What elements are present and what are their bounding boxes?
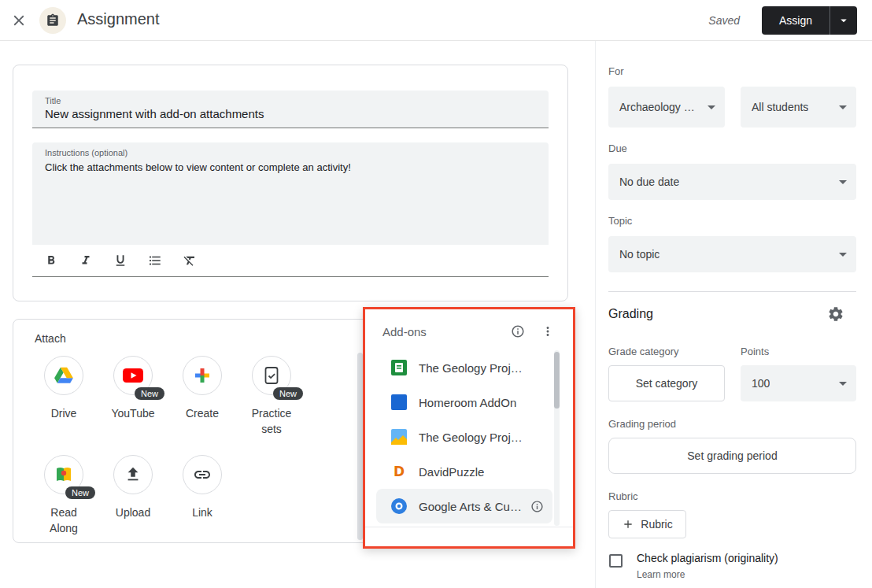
assign-dropdown-button[interactable] <box>830 6 857 35</box>
addon-label: The Geology Proj… <box>419 361 523 375</box>
addon-item-geology-2[interactable]: The Geology Proj… <box>376 420 552 454</box>
attach-label: Practice sets <box>244 405 299 437</box>
attach-read-along-button[interactable]: New Read Along <box>29 455 98 536</box>
addons-title: Add-ons <box>382 325 427 338</box>
students-select[interactable]: All students <box>741 87 856 128</box>
chevron-down-icon <box>837 13 851 28</box>
attach-label: Create <box>186 405 219 421</box>
new-badge: New <box>65 486 95 499</box>
grading-heading: Grading <box>608 307 653 321</box>
due-date-select[interactable]: No due date <box>608 164 856 200</box>
info-icon <box>511 324 525 338</box>
grading-settings-button[interactable] <box>827 305 846 324</box>
instructions-field-label: Instructions (optional) <box>32 142 549 157</box>
add-rubric-button[interactable]: Rubric <box>608 510 686 538</box>
formatting-toolbar <box>32 245 549 276</box>
chevron-down-icon <box>839 105 847 109</box>
assignment-form-card: Title New assignment with add-on attachm… <box>13 65 568 301</box>
attach-link-button[interactable]: Link <box>168 455 237 536</box>
attach-youtube-button[interactable]: New YouTube <box>98 356 168 437</box>
attach-scrollbar[interactable] <box>357 353 363 540</box>
set-grading-period-button[interactable]: Set grading period <box>608 438 856 474</box>
title-field[interactable]: Title New assignment with add-on attachm… <box>32 91 549 128</box>
clear-formatting-icon <box>183 253 197 268</box>
new-badge: New <box>273 387 303 400</box>
italic-icon <box>79 253 93 268</box>
points-select[interactable]: 100 <box>741 365 856 401</box>
assign-split-button: Assign <box>762 6 857 35</box>
attach-drive-button[interactable]: Drive <box>29 356 98 437</box>
close-button[interactable] <box>9 11 28 30</box>
grading-period-label: Grading period <box>608 418 676 430</box>
chevron-down-icon <box>839 382 847 386</box>
practice-sets-icon <box>263 366 280 385</box>
addon-info-button[interactable] <box>527 497 546 516</box>
addon-label: The Geology Proj… <box>419 431 523 444</box>
attach-upload-button[interactable]: Upload <box>98 455 168 536</box>
attach-create-button[interactable]: Create <box>168 356 237 437</box>
plus-icon <box>622 518 634 531</box>
addons-list: The Geology Proj… Homeroom AddOn The Geo… <box>365 350 573 523</box>
google-arts-culture-icon <box>390 497 408 515</box>
gear-icon <box>827 305 844 323</box>
settings-sidebar: For Archaeology … All students Due No du… <box>595 41 872 588</box>
bold-button[interactable] <box>42 251 61 270</box>
more-vert-icon <box>541 324 555 338</box>
assignment-page: Assignment Saved Assign Title New assign… <box>0 0 872 588</box>
addon-item-google-arts-culture[interactable]: Google Arts & Cu… <box>376 489 552 523</box>
addon-label: Google Arts & Cu… <box>419 500 522 513</box>
addon-item-homeroom[interactable]: Homeroom AddOn <box>376 385 552 420</box>
upload-icon <box>124 466 142 483</box>
link-circle <box>183 455 222 494</box>
addons-scrollbar-thumb[interactable] <box>554 352 560 409</box>
for-label: For <box>608 65 624 77</box>
topic-select[interactable]: No topic <box>608 236 856 272</box>
assignment-clipboard-icon <box>46 13 60 28</box>
create-circle <box>183 356 222 395</box>
attach-label: Drive <box>51 405 77 421</box>
top-bar: Assignment Saved Assign <box>0 0 872 41</box>
new-badge: New <box>135 387 164 400</box>
instructions-field[interactable]: Instructions (optional) Click the attach… <box>32 142 549 245</box>
bulleted-list-button[interactable] <box>146 251 164 270</box>
google-drive-icon <box>54 366 74 385</box>
create-plus-icon <box>193 366 212 385</box>
addons-info-button[interactable] <box>508 322 527 341</box>
bulleted-list-icon <box>148 253 162 268</box>
attach-row-1: Drive New YouTube <box>29 356 306 437</box>
attach-label: Upload <box>116 505 150 520</box>
class-select[interactable]: Archaeology … <box>608 87 725 128</box>
attach-heading: Attach <box>35 332 66 345</box>
italic-button[interactable] <box>76 251 95 270</box>
grade-category-label: Grade category <box>608 346 679 357</box>
addon-item-davidpuzzle[interactable]: D DavidPuzzle <box>376 454 552 489</box>
addons-more-button[interactable] <box>538 322 557 341</box>
attach-practice-sets-button[interactable]: New Practice sets <box>237 356 306 437</box>
sidebar-divider <box>608 291 856 292</box>
info-icon <box>530 500 544 513</box>
link-icon <box>193 465 212 484</box>
close-icon <box>10 12 28 29</box>
addon-label: Homeroom AddOn <box>419 396 516 409</box>
topic-label: Topic <box>608 215 632 227</box>
underline-button[interactable] <box>111 251 130 270</box>
addons-popup: Add-ons The Geology Proj… Homeroom AddOn <box>363 307 575 549</box>
plagiarism-checkbox[interactable] <box>609 554 623 568</box>
plagiarism-label: Check plagiarism (originality) <box>637 552 778 564</box>
learn-more-link[interactable]: Learn more <box>637 569 685 580</box>
set-category-button[interactable]: Set category <box>608 365 725 401</box>
homeroom-addon-icon <box>390 394 408 411</box>
assign-button[interactable]: Assign <box>762 6 830 35</box>
assignment-type-icon-badge <box>39 7 66 34</box>
rubric-label: Rubric <box>608 490 638 502</box>
underline-icon <box>113 253 127 268</box>
due-label: Due <box>608 142 627 154</box>
title-field-label: Title <box>32 91 549 105</box>
addon-label: DavidPuzzle <box>419 465 484 479</box>
chevron-down-icon <box>839 180 847 184</box>
clear-formatting-button[interactable] <box>180 251 199 270</box>
drive-circle <box>44 356 83 395</box>
save-status: Saved <box>708 14 740 27</box>
attach-label: Link <box>192 505 212 520</box>
addon-item-geology-1[interactable]: The Geology Proj… <box>376 350 552 385</box>
